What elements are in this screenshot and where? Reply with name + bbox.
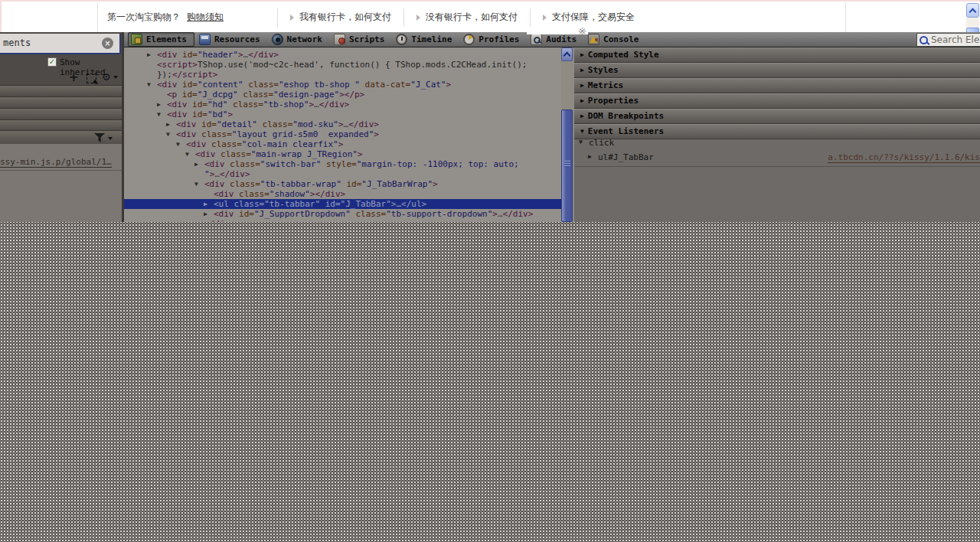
dom-tree-row[interactable]: ▼<div id="bd">	[124, 109, 561, 119]
tab-console[interactable]: Console	[586, 33, 645, 46]
listener-source-link[interactable]: a.tbcdn.cn/??s/kissy/1.1.6/kis	[828, 152, 980, 163]
tab-network[interactable]: Network	[270, 33, 329, 46]
sidebar-section-properties[interactable]: ▶Properties	[574, 93, 980, 109]
notice-item[interactable]: 支付保障，交易安全	[543, 11, 635, 24]
event-listener-row[interactable]: ▶ ul#J_TabBar a.tbcdn.cn/??s/kissy/1.1.6…	[574, 150, 980, 165]
tab-scripts[interactable]: Scripts	[332, 33, 391, 46]
code-segment: TShop.use('mod~c2c-head', function() { T…	[198, 60, 527, 70]
script-source-link[interactable]: ssy-min.js.p/global/1…	[0, 157, 112, 168]
code-segment: data-cat=	[360, 80, 410, 90]
tab-audits[interactable]: Audits	[528, 33, 583, 46]
dom-tree-row[interactable]: </div>	[124, 219, 561, 222]
arrow-bullet-icon	[290, 15, 294, 21]
notice-link[interactable]: 支付保障，交易安全	[552, 11, 635, 24]
notice-item[interactable]: 我有银行卡，如何支付	[290, 11, 391, 24]
expand-arrow-icon: ▶	[580, 51, 584, 58]
expand-arrow-icon[interactable]: ▶	[166, 120, 170, 129]
expand-arrow-icon[interactable]: ▶	[588, 153, 592, 160]
dom-tree-row[interactable]: ▼<div class="main-wrap J_TRegion">	[124, 149, 561, 159]
code-segment: <script>	[157, 60, 198, 70]
style-section-bar[interactable]	[0, 85, 122, 96]
scroll-up-button[interactable]	[966, 3, 979, 18]
tree-scrollbar-thumb[interactable]	[561, 109, 573, 222]
resources-icon	[199, 34, 211, 45]
expand-arrow-icon[interactable]: ▶	[204, 200, 207, 208]
dom-tree-row[interactable]: });</script>	[124, 70, 561, 80]
notice-item[interactable]: 没有银行卡，如何支付	[416, 11, 518, 24]
collapse-arrow-icon[interactable]: ▼	[579, 139, 583, 145]
dom-tree-row[interactable]: ▶<div class="switch-bar" style="margin-t…	[124, 159, 561, 169]
code-segment: <div	[176, 129, 197, 139]
dom-tree-row[interactable]: ▶<div id="J_SupportDropdown" class="tb-s…	[124, 209, 561, 219]
floating-search-box: ments ×	[0, 34, 121, 54]
collapse-arrow-icon[interactable]: ▼	[185, 150, 189, 158]
show-inherited-checkbox[interactable]: ✓	[47, 57, 57, 67]
code-segment: class=	[225, 179, 260, 189]
search-input[interactable]: Search Ele	[931, 34, 979, 45]
tab-label: Profiles	[479, 34, 519, 44]
notice-link[interactable]: 我有银行卡，如何支付	[299, 11, 391, 24]
sidebar-section-metrics[interactable]: ▶Metrics	[574, 78, 980, 93]
dom-tree-row[interactable]: ▼<div class="col-main clearfix">	[124, 139, 561, 149]
notice-link[interactable]: 购物须知	[187, 11, 224, 24]
new-style-rule-button[interactable]: +	[69, 70, 79, 84]
sidebar-section-dom-breakpoints[interactable]: ▶DOM Breakpoints	[574, 109, 980, 124]
tree-scrollbar[interactable]	[561, 47, 573, 222]
event-listener-group[interactable]: ▼ click	[574, 136, 980, 150]
expand-arrow-icon[interactable]: ▶	[147, 51, 151, 59]
dom-tree-row[interactable]: ">…</div>	[124, 169, 561, 179]
code-segment: "margin-top: -1100px; top: auto;	[357, 159, 519, 169]
divider	[574, 166, 980, 167]
code-segment: "J_dcpg"	[198, 90, 238, 100]
tree-scroll-up-button[interactable]	[561, 47, 573, 61]
collapse-arrow-icon[interactable]: ▼	[157, 110, 161, 119]
page-scrollbar[interactable]	[966, 3, 979, 34]
dom-tree-row[interactable]: ▶<div id="header">…</div>	[124, 50, 561, 60]
collapse-arrow-icon[interactable]: ▼	[147, 80, 151, 89]
network-icon	[272, 34, 283, 45]
collapse-arrow-icon[interactable]: ▼	[194, 180, 198, 188]
gear-icon[interactable]: ⚙	[102, 71, 111, 83]
tab-profiles[interactable]: Profiles	[461, 33, 526, 46]
dom-tree-row[interactable]: <script>TShop.use('mod~c2c-head', functi…	[124, 60, 561, 70]
style-section-bar[interactable]	[0, 119, 122, 131]
dom-tree-row[interactable]: ▶<div id="hd" class="tb-shop">…</div>	[124, 100, 561, 109]
tab-resources[interactable]: Resources	[197, 33, 267, 46]
expand-arrow-icon[interactable]: ▶	[204, 210, 207, 218]
code-segment: </div>	[220, 169, 250, 179]
notice-link[interactable]: 没有银行卡，如何支付	[426, 11, 518, 24]
dom-tree-row[interactable]: ▼<div id="content" class="eshop tb-shop …	[124, 80, 561, 90]
dom-tree-row[interactable]: <p id="J_dcpg" class="design-page"></p>	[124, 90, 561, 100]
code-segment: "mod-sku"	[292, 119, 338, 129]
page-scrollbar-track[interactable]	[966, 18, 979, 28]
tab-label: Timeline	[411, 34, 452, 44]
style-section-bar[interactable]	[0, 108, 122, 119]
code-segment: id=	[341, 179, 362, 189]
audits-icon	[531, 34, 542, 45]
code-segment: "tb-tabbar"	[264, 199, 320, 209]
sidebar-section-computed-style[interactable]: ▶Computed Style	[574, 47, 980, 63]
collapse-arrow-icon[interactable]: ▼	[166, 130, 170, 139]
collapsed-style-sections	[0, 85, 122, 131]
filter-funnel-icon[interactable]	[94, 133, 105, 142]
element-state-icon[interactable]	[87, 73, 96, 83]
code-segment: >	[238, 50, 243, 60]
code-segment: class=	[238, 90, 273, 100]
code-segment: class=	[229, 199, 264, 209]
close-icon[interactable]: ×	[102, 38, 113, 49]
style-section-bar[interactable]	[0, 96, 122, 108]
sidebar-section-styles[interactable]: ▶Styles	[574, 63, 980, 78]
search-elements-box[interactable]: Search Ele	[916, 33, 980, 47]
dom-tree-row-selected[interactable]: ▶<ul class="tb-tabbar" id="J_TabBar">…</…	[124, 199, 561, 209]
expand-arrow-icon[interactable]: ▶	[194, 160, 198, 168]
tab-elements[interactable]: Elements	[128, 32, 194, 47]
code-segment: <div	[204, 179, 225, 189]
tab-timeline[interactable]: Timeline	[394, 33, 459, 46]
code-segment: id=	[197, 119, 217, 129]
expand-arrow-icon[interactable]: ▶	[157, 100, 161, 109]
dom-tree-row[interactable]: <div class="shadow"></div>	[124, 189, 561, 199]
dom-tree-row[interactable]: ▶<div id="detail" class="mod-sku">…</div…	[124, 119, 561, 129]
dom-tree-row[interactable]: ▼<div class="tb-tabbar-wrap" id="J_TabBa…	[124, 179, 561, 189]
dom-tree-row[interactable]: ▼<div class="layout grid-s5m0 expanded">	[124, 129, 561, 139]
collapse-arrow-icon[interactable]: ▼	[176, 140, 180, 149]
